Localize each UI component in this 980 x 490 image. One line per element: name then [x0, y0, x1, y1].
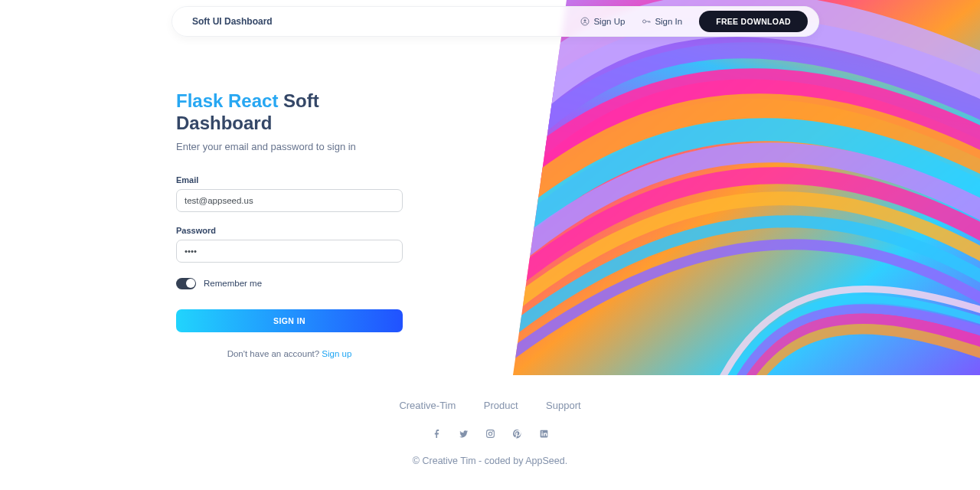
signup-link[interactable]: Sign up [322, 349, 351, 358]
password-field[interactable] [176, 240, 403, 263]
facebook-icon[interactable] [432, 429, 442, 439]
top-nav: Soft UI Dashboard Sign Up Sign In FREE D… [172, 6, 819, 37]
email-field[interactable] [176, 189, 403, 212]
remember-me-toggle[interactable] [176, 278, 196, 289]
svg-rect-4 [486, 430, 494, 438]
svg-point-3 [643, 20, 646, 23]
page-footer: Creative-Tim Product Support © Creative … [0, 398, 980, 466]
pinterest-icon[interactable] [512, 429, 522, 439]
svg-point-9 [541, 431, 543, 433]
user-circle-icon [580, 17, 590, 26]
svg-point-2 [584, 19, 586, 21]
instagram-icon[interactable] [485, 429, 495, 439]
signup-prompt: Don't have an account? Sign up [176, 349, 403, 358]
email-label: Email [176, 175, 403, 185]
signin-form: Flask React Soft Dashboard Enter your em… [176, 90, 403, 358]
hero-artwork [513, 0, 980, 375]
page-title: Flask React Soft Dashboard [176, 90, 403, 135]
password-label: Password [176, 226, 403, 235]
copyright-text: © Creative Tim - coded by AppSeed. [0, 456, 980, 466]
linkedin-icon[interactable] [539, 429, 549, 439]
free-download-button[interactable]: FREE DOWNLOAD [699, 11, 808, 32]
svg-point-6 [492, 431, 492, 432]
footer-link-creative-tim[interactable]: Creative-Tim [399, 400, 456, 411]
social-row [0, 429, 980, 439]
brand-title[interactable]: Soft UI Dashboard [192, 16, 273, 27]
footer-links: Creative-Tim Product Support [0, 398, 980, 412]
svg-rect-8 [541, 433, 542, 436]
svg-point-5 [488, 432, 492, 435]
nav-signup-label: Sign Up [593, 17, 625, 26]
footer-link-product[interactable]: Product [484, 400, 518, 411]
page-title-accent: Flask React [176, 90, 278, 111]
signup-prompt-text: Don't have an account? [227, 349, 322, 358]
twitter-icon[interactable] [459, 429, 469, 439]
footer-link-support[interactable]: Support [546, 400, 581, 411]
page-subtitle: Enter your email and password to sign in [176, 141, 403, 152]
key-icon [642, 17, 651, 26]
nav-signup-link[interactable]: Sign Up [580, 17, 625, 26]
remember-me-label: Remember me [204, 279, 262, 288]
nav-signin-label: Sign In [655, 17, 682, 26]
nav-signin-link[interactable]: Sign In [642, 17, 682, 26]
signin-button[interactable]: SIGN IN [176, 309, 403, 332]
